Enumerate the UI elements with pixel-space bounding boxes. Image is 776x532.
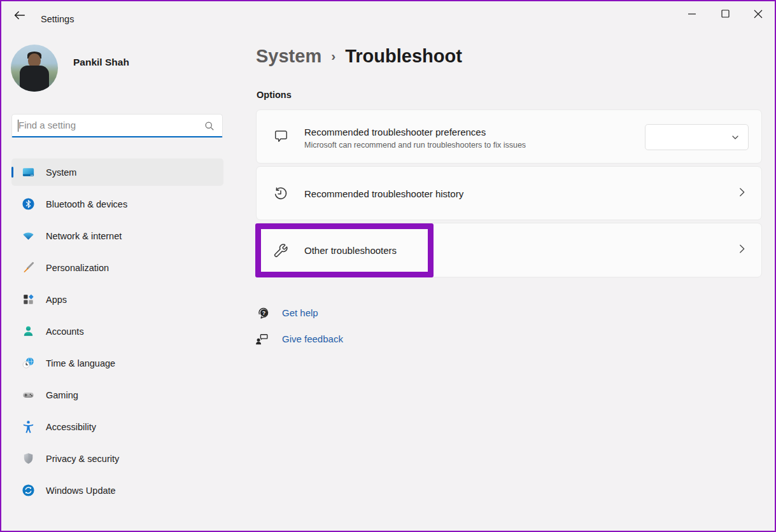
breadcrumb: System›Troubleshoot	[256, 46, 462, 67]
sidebar-item-gaming[interactable]: Gaming	[11, 381, 223, 409]
sidebar-item-bluetooth-devices[interactable]: Bluetooth & devices	[11, 190, 223, 218]
sidebar-item-label: Time & language	[46, 358, 115, 368]
close-icon	[754, 10, 763, 20]
network-icon	[20, 228, 36, 244]
give-feedback-label: Give feedback	[282, 333, 343, 344]
accounts-icon	[20, 324, 36, 339]
feedback-person-icon	[253, 330, 270, 347]
search-input[interactable]	[18, 115, 197, 136]
card-recommended-troubleshooter-history[interactable]: Recommended troubleshooter history	[256, 166, 762, 220]
avatar[interactable]	[11, 45, 58, 92]
privacy-security-icon	[20, 451, 36, 466]
sidebar-item-windows-update[interactable]: Windows Update	[11, 477, 223, 504]
sidebar-item-label: Accessibility	[46, 422, 96, 432]
card-recommended-troubleshooter-preferences: Recommended troubleshooter preferences M…	[256, 109, 762, 164]
back-arrow-icon	[13, 8, 27, 24]
sidebar-item-personalization[interactable]: Personalization	[11, 254, 223, 281]
sidebar-item-time-language[interactable]: Time & language	[11, 349, 223, 377]
app-title: Settings	[41, 14, 74, 24]
chevron-right-icon	[737, 186, 747, 200]
breadcrumb-separator: ›	[331, 48, 335, 63]
time-language-icon	[20, 356, 36, 371]
sidebar-item-privacy-security[interactable]: Privacy & security	[11, 445, 223, 472]
system-icon	[20, 165, 36, 180]
search-box[interactable]	[11, 114, 223, 137]
sidebar-item-apps[interactable]: Apps	[11, 286, 223, 313]
give-feedback-link[interactable]: Give feedback	[253, 330, 343, 347]
search-icon[interactable]	[203, 120, 216, 135]
card-title: Recommended troubleshooter history	[304, 188, 463, 199]
history-icon	[272, 185, 290, 202]
personalization-icon	[20, 260, 36, 276]
minimize-button[interactable]	[675, 1, 709, 28]
breadcrumb-parent[interactable]: System	[256, 46, 321, 66]
wrench-icon	[272, 241, 290, 259]
help-bubble-icon: ?	[255, 304, 271, 321]
sidebar-item-label: Gaming	[46, 390, 78, 400]
sidebar-item-label: Accounts	[46, 326, 84, 337]
sidebar-item-label: System	[46, 167, 76, 178]
accessibility-icon	[20, 419, 36, 435]
windows-update-icon	[20, 483, 36, 498]
settings-window: Settings Pankil Shah	[0, 0, 776, 532]
minimize-icon	[688, 10, 696, 20]
card-subtitle: Microsoft can recommend and run troubles…	[304, 141, 526, 150]
sidebar-item-label: Bluetooth & devices	[46, 199, 127, 209]
page-title: Troubleshoot	[345, 46, 462, 66]
window-controls	[675, 1, 775, 28]
card-title: Recommended troubleshooter preferences	[304, 127, 486, 137]
sidebar-item-label: Windows Update	[46, 486, 116, 496]
recommendation-bubble-icon	[272, 128, 290, 146]
svg-text:?: ?	[262, 309, 265, 316]
apps-icon	[20, 292, 36, 307]
sidebar-item-label: Apps	[46, 295, 67, 305]
close-button[interactable]	[742, 1, 775, 28]
card-other-troubleshooters[interactable]: Other troubleshooters	[256, 223, 762, 277]
sidebar-item-system[interactable]: System	[11, 158, 223, 186]
sidebar-item-accessibility[interactable]: Accessibility	[11, 413, 223, 440]
get-help-label: Get help	[282, 307, 318, 318]
maximize-button[interactable]	[709, 1, 742, 28]
section-label: Options	[257, 90, 292, 100]
back-button[interactable]	[9, 6, 31, 26]
sidebar-item-network-internet[interactable]: Network & internet	[11, 222, 223, 249]
maximize-icon	[721, 10, 730, 20]
bluetooth-icon	[20, 197, 36, 212]
sidebar-nav: System Bluetooth & devices Network & int…	[11, 158, 223, 508]
sidebar-item-label: Privacy & security	[46, 454, 119, 464]
gaming-icon	[20, 388, 36, 403]
sidebar-item-label: Personalization	[46, 263, 109, 273]
profile-name: Pankil Shah	[73, 57, 129, 68]
chevron-down-icon	[730, 132, 740, 145]
chevron-right-icon	[737, 244, 747, 257]
get-help-link[interactable]: ? Get help	[255, 304, 318, 321]
sidebar-item-label: Network & internet	[46, 231, 122, 241]
troubleshooter-preferences-dropdown[interactable]	[645, 124, 749, 150]
sidebar-item-accounts[interactable]: Accounts	[11, 318, 223, 345]
card-title: Other troubleshooters	[304, 245, 397, 256]
active-indicator	[11, 167, 13, 178]
titlebar: Settings	[1, 1, 775, 32]
sidebar: Pankil Shah System Bluetooth &	[1, 32, 234, 531]
